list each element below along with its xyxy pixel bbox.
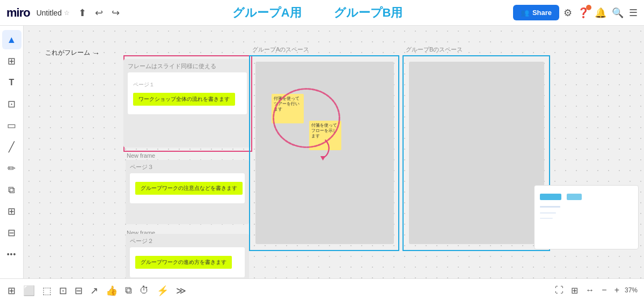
new-frame-label-1: New frame — [127, 150, 155, 160]
frame-card-3[interactable]: ページ２ グループワークの進め方を書きます — [126, 234, 249, 278]
bottom-toolbar: ⊞ ⬜ ⬚ ⊡ ⊟ ↗ 👍 ⧉ ⏱ ⚡ ≫ ⛶ ⊞ ↔ − + 37% — [0, 278, 644, 302]
map-button[interactable]: ⊞ — [569, 283, 580, 298]
frame-card-2-title: ページ３ — [126, 160, 249, 173]
title-text: Untitled — [36, 9, 62, 17]
header-center: グループA用 グループB用 — [232, 5, 403, 21]
search-icon[interactable]: 🔍 — [612, 7, 624, 19]
undo-button[interactable]: ↩ — [93, 5, 105, 21]
upload-button[interactable]: ⬆ — [76, 5, 89, 21]
frame-icon-2[interactable]: ⬚ — [40, 283, 54, 299]
copy-tool[interactable]: ⧉ — [2, 180, 21, 200]
minimap-line-1 — [540, 206, 560, 208]
group-a-space-label: グループAのスペース — [252, 46, 309, 54]
group-b-space-label: グループBのスペース — [406, 46, 463, 54]
more-tools[interactable]: ••• — [2, 245, 21, 264]
cursor-tool[interactable]: ▲ — [2, 30, 21, 49]
star-icon[interactable]: ☆ — [64, 9, 70, 17]
header-icons: ⚙ ❓ 🔔 🔍 ☰ — [564, 7, 638, 19]
group-a-header-label: グループA用 — [232, 5, 302, 21]
frame-card-2-inner: グループワークの注意点などを書きます — [130, 173, 245, 203]
minimap-rect-2 — [567, 194, 582, 200]
frame-card-1[interactable]: フレームはスライド同様に使える ページ１ ワークショップ全体の流れを書きます — [123, 59, 251, 148]
sticky-green-1: ワークショップ全体の流れを書きます — [133, 93, 235, 106]
sticky-green-2: グループワークの進め方を書きます — [135, 256, 232, 269]
blue-frame-b[interactable]: グループBのスペース — [402, 55, 550, 251]
left-sidebar: ▲ ⊞ T ⊡ ▭ ╱ ✏ ⧉ ⊞ ⊟ ••• — [0, 26, 24, 278]
page1-label: ページ１ — [133, 81, 155, 89]
grid-view-icon[interactable]: ⊞ — [5, 283, 18, 299]
frame-icon-3[interactable]: ⊡ — [57, 283, 69, 299]
frame-card-1-inner: ページ１ ワークショップ全体の流れを書きます — [128, 72, 247, 114]
fullscreen-button[interactable]: ⛶ — [553, 283, 566, 297]
minimap[interactable] — [534, 185, 639, 249]
minimap-line-3 — [540, 218, 553, 219]
annotation-arrow: → — [92, 49, 100, 57]
layout-icon[interactable]: ⊟ — [72, 283, 85, 299]
svg-point-0 — [274, 89, 340, 148]
frame-icon-1[interactable]: ⬜ — [21, 283, 37, 299]
sticky-green-3: グループワークの注意点などを書きます — [135, 182, 243, 195]
top-navigation: miro Untitled ☆ ⬆ ↩ ↪ グループA用 グループB用 👥 Sh… — [0, 0, 644, 26]
text-tool[interactable]: T — [2, 73, 21, 92]
group-b-header-label: グループB用 — [334, 5, 403, 21]
annotation-label: これがフレーム — [45, 48, 90, 57]
frames-tool[interactable]: ⊞ — [2, 51, 21, 71]
share-icon-bottom[interactable]: ↗ — [88, 283, 100, 299]
group-b-inner-bg — [409, 62, 544, 244]
fit-width-button[interactable]: ↔ — [583, 283, 596, 297]
timer-icon[interactable]: ⏱ — [137, 283, 151, 298]
svg-marker-1 — [320, 156, 325, 160]
add-tool[interactable]: ⊞ — [2, 202, 21, 221]
help-icon[interactable]: ❓ — [577, 7, 589, 19]
like-icon[interactable]: 👍 — [104, 283, 120, 299]
menu-icon[interactable]: ☰ — [629, 7, 638, 19]
share-icon: 👥 — [521, 9, 529, 17]
notification-badge — [586, 5, 591, 10]
frame-layout-icon[interactable]: ⧉ — [123, 283, 134, 298]
canvas[interactable]: これがフレーム → フレームはスライド同様に使える ページ１ ワークショップ全体… — [24, 26, 644, 278]
notifications-icon[interactable]: 🔔 — [595, 7, 606, 19]
freehand-circle — [266, 83, 347, 153]
miro-logo: miro — [6, 6, 30, 20]
zoom-out-button[interactable]: − — [599, 283, 609, 297]
minimap-line-2 — [540, 212, 556, 213]
frame-card-1-title: フレームはスライド同様に使える — [123, 59, 251, 72]
bolt-icon[interactable]: ⚡ — [155, 283, 171, 299]
bottom-right-controls: ⛶ ⊞ ↔ − + 37% — [546, 278, 644, 302]
share-label: Share — [532, 9, 552, 17]
frame-card-3-title: ページ２ — [126, 234, 249, 247]
blue-frame-a[interactable]: グループAのスペース 付箋を使ってツアーを行います 付箋を使ってフローを示します — [249, 55, 399, 251]
minus-tool[interactable]: ⊟ — [2, 223, 21, 242]
shape-tool[interactable]: ▭ — [2, 116, 21, 135]
settings-icon[interactable]: ⚙ — [564, 7, 572, 19]
zoom-in-button[interactable]: + — [612, 283, 621, 297]
frame-card-2[interactable]: ページ３ グループワークの注意点などを書きます — [126, 160, 249, 224]
annotation-text: これがフレーム → — [45, 48, 100, 57]
pen-tool[interactable]: ✏ — [2, 159, 21, 178]
expand-icon[interactable]: ≫ — [174, 283, 188, 299]
crop-tool[interactable]: ⊡ — [2, 94, 21, 114]
redo-button[interactable]: ↪ — [109, 5, 122, 21]
document-title[interactable]: Untitled ☆ — [36, 9, 70, 17]
zoom-level-label: 37% — [625, 286, 638, 294]
line-tool[interactable]: ╱ — [2, 137, 21, 157]
minimap-rect-1 — [540, 194, 561, 200]
share-button[interactable]: 👥 Share — [513, 5, 559, 20]
frame-card-3-inner: グループワークの進め方を書きます — [130, 247, 245, 277]
group-a-inner-bg: 付箋を使ってツアーを行います 付箋を使ってフローを示します — [255, 62, 394, 244]
